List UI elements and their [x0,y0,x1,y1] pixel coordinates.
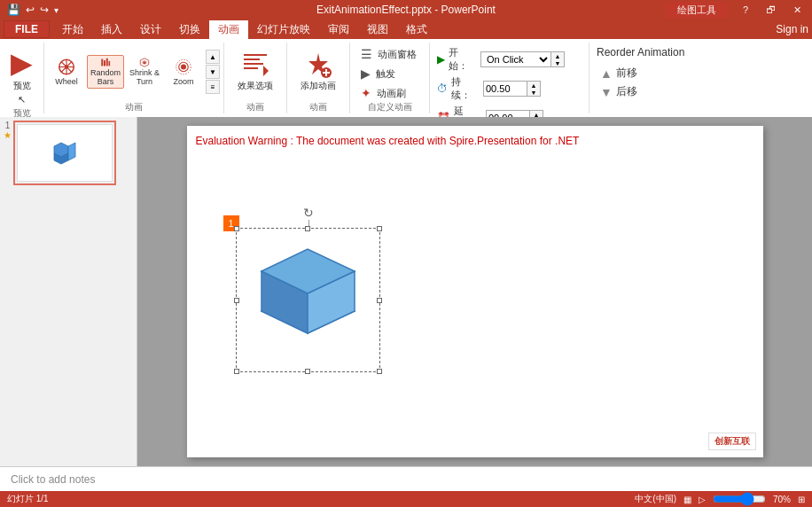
slide-canvas: Evaluation Warning : The document was cr… [187,126,763,457]
animation-shrink-turn-button[interactable]: Shrink & Turn [126,55,163,89]
duration-input[interactable] [483,81,527,97]
shrink-turn-label: Shrink & Turn [129,68,160,86]
svg-point-5 [65,65,69,69]
animation-wheel-button[interactable]: Wheel [48,55,85,89]
reorder-section: Reorder Animation ▲ 前移 ▼ 后移 [589,43,714,113]
animation-section-label: 动画 [48,101,220,113]
help-button[interactable]: ? [739,4,752,15]
scroll-down-button[interactable]: ▼ [206,65,220,79]
duration-spin-down[interactable]: ▼ [527,89,540,96]
random-bars-label: Random Bars [90,68,121,86]
handle-mr[interactable] [377,298,382,303]
preview-section: ▶ 预览 ↖ 预览 [0,43,44,113]
file-menu-button[interactable]: FILE [4,20,50,38]
slide-panel[interactable]: 1 ★ [0,117,137,466]
timing-start-row: ▶ 开始： On Click With Previous After Previ… [437,46,582,73]
menu-item-format[interactable]: 格式 [397,20,436,39]
start-select-spinner: ▲ ▼ [551,51,565,67]
slide-star: ★ [4,130,12,140]
menu-item-slideshow[interactable]: 幻灯片放映 [248,20,319,39]
handle-tl[interactable] [234,226,239,231]
handle-tr[interactable] [377,226,382,231]
start-spin-up[interactable]: ▲ [551,52,564,59]
animation-zoom-button[interactable]: Zoom [165,55,202,89]
animation-scroll-controls: ▲ ▼ ≡ [206,50,220,94]
cube-selection [236,228,380,372]
slide-number: 1 [5,121,11,130]
effect-options-button[interactable]: 效果选项 [231,47,279,97]
duration-spin-up[interactable]: ▲ [527,82,540,89]
svg-rect-16 [244,54,267,56]
handle-bm[interactable] [305,369,310,374]
add-animation-button[interactable]: 添加动画 [294,47,342,97]
ribbon: ▶ 预览 ↖ 预览 Wheel [0,39,812,117]
slide-thumbnail-container[interactable] [13,121,116,185]
start-select[interactable]: On Click With Previous After Previous [480,51,551,67]
scroll-more-button[interactable]: ≡ [206,80,220,94]
move-earlier-button[interactable]: ▲ 前移 [597,64,707,82]
move-later-arrow: ▼ [600,85,613,99]
notes-bar[interactable]: Click to add notes [0,466,812,491]
notes-placeholder: Click to add notes [11,473,95,486]
wheel-label: Wheel [55,77,78,86]
status-bar-right: 中文(中国) ▦ ▷ 70% ⊞ [635,493,805,505]
restore-button[interactable]: 🗗 [762,4,779,15]
move-later-button[interactable]: ▼ 后移 [597,82,707,101]
add-anim-section-label: 动画 [309,101,327,113]
animation-brush-icon: ✦ [361,86,371,100]
undo-icon[interactable]: ↩ [26,4,35,16]
svg-marker-27 [68,143,75,160]
svg-rect-6 [101,59,103,66]
save-icon[interactable]: 💾 [7,4,20,16]
reorder-title: Reorder Animation [597,46,707,58]
menu-item-home[interactable]: 开始 [53,20,92,39]
custom-section-label: 自定义动画 [357,101,422,113]
sign-in-button[interactable]: Sign in [776,23,808,35]
menu-item-design[interactable]: 设计 [131,20,170,39]
zoom-slider[interactable] [713,494,766,504]
trigger-label: 触发 [376,67,395,81]
shrink-turn-icon [132,58,157,67]
title-bar-controls: 绘图工具 ? 🗗 ✕ [665,2,805,19]
redo-icon[interactable]: ↪ [40,4,49,16]
handle-ml[interactable] [234,298,239,303]
language-label: 中文(中国) [635,493,676,505]
menu-item-transition[interactable]: 切换 [170,20,209,39]
dropdown-icon[interactable]: ▾ [54,5,59,15]
scroll-up-button[interactable]: ▲ [206,50,220,64]
status-bar: 幻灯片 1/1 中文(中国) ▦ ▷ 70% ⊞ [0,491,812,507]
zoom-level: 70% [773,495,791,504]
cube-container[interactable]: 1 ↻ [236,228,380,372]
view-slideshow-icon[interactable]: ▷ [699,495,706,504]
start-label: 开始： [449,46,477,73]
trigger-button[interactable]: ▶ 触发 [357,66,422,82]
duration-icon: ⏱ [437,82,448,95]
move-earlier-arrow: ▲ [600,66,613,81]
view-normal-icon[interactable]: ▦ [683,495,691,504]
menu-item-view[interactable]: 视图 [358,20,397,39]
svg-marker-20 [263,66,269,76]
handle-br[interactable] [377,369,382,374]
start-spin-down[interactable]: ▼ [551,59,564,66]
start-icon: ▶ [437,53,445,66]
title-bar-left: 💾 ↩ ↪ ▾ [7,4,59,16]
slide-info: 幻灯片 1/1 [7,493,49,505]
preview-label: 预览 [13,80,31,92]
preview-button[interactable]: ▶ 预览 ↖ [7,44,36,107]
duration-label: 持续： [451,75,480,102]
animation-pane-icon: ☰ [361,47,372,61]
slide-item: 1 ★ [4,121,133,185]
menu-item-animation[interactable]: 动画 [209,20,248,39]
wheel-icon [54,58,79,76]
animation-pane-button[interactable]: ☰ 动画窗格 [357,46,422,62]
random-bars-icon [93,58,118,67]
fit-to-window-icon[interactable]: ⊞ [798,495,805,504]
animation-brush-button[interactable]: ✦ 动画刷 [357,85,422,101]
menu-item-insert[interactable]: 插入 [92,20,131,39]
animation-random-bars-button[interactable]: Random Bars [87,55,124,89]
menu-item-review[interactable]: 审阅 [319,20,358,39]
close-button[interactable]: ✕ [790,4,805,16]
menu-bar: FILE 开始 插入 设计 切换 动画 幻灯片放映 审阅 视图 格式 Sign … [0,20,812,39]
handle-bl[interactable] [234,369,239,374]
handle-tm[interactable] [305,226,310,231]
